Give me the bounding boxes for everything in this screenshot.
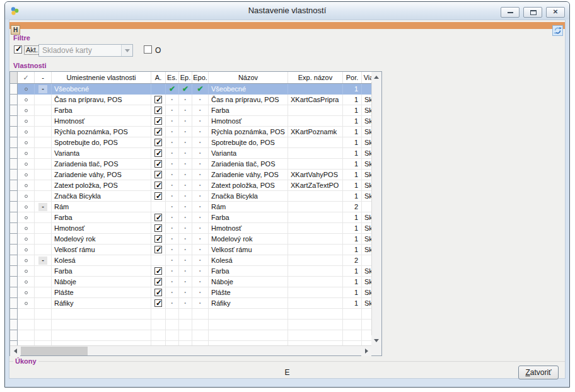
cell-a[interactable]	[151, 191, 166, 202]
refresh-button[interactable]	[552, 25, 563, 36]
grid-row[interactable]: FarbaFarba1Skl	[10, 212, 371, 223]
vertical-scrollbar[interactable]	[371, 72, 381, 345]
cell-a[interactable]	[151, 180, 166, 191]
grid-row[interactable]: Zariadenie váhy, POSZariadenie váhy, POS…	[10, 170, 371, 180]
akt-checkbox-label[interactable]: Akt.	[24, 45, 40, 55]
header-epo[interactable]: Epo.	[192, 72, 209, 83]
grid-row[interactable]: RáfikyRáfiky1Skl	[10, 298, 371, 309]
cell-place: Plášte	[52, 287, 151, 298]
o-checkbox[interactable]	[144, 45, 152, 54]
header-via[interactable]: Via	[362, 72, 371, 83]
header-place[interactable]: Umiestnenie vlastnosti	[52, 72, 151, 83]
grid-row[interactable]: Modelový rokModelový rok1Skl	[10, 234, 371, 245]
cell-a[interactable]	[151, 159, 166, 170]
header-a[interactable]: A.	[151, 72, 166, 83]
cell-exp	[288, 105, 343, 116]
horizontal-scroll-thumb[interactable]	[21, 347, 88, 355]
header-exp[interactable]: Exp. názov	[288, 72, 343, 83]
cell-a[interactable]	[151, 234, 166, 245]
grid-row[interactable]: FarbaFarba1Skl	[10, 266, 371, 277]
cell-via	[362, 84, 371, 95]
akt-checkbox[interactable]	[14, 45, 22, 54]
active-checkbox[interactable]	[154, 139, 162, 146]
cell-a[interactable]	[151, 277, 166, 287]
scroll-left-button[interactable]	[10, 346, 20, 356]
cell-a[interactable]	[151, 95, 166, 105]
active-checkbox[interactable]	[154, 96, 162, 103]
horizontal-scrollbar[interactable]	[10, 345, 371, 355]
grid-row[interactable]: PláštePlášte1Skl	[10, 287, 371, 298]
scroll-right-button[interactable]	[361, 346, 371, 356]
grid-row[interactable]: Čas na prípravu, POSČas na prípravu, POS…	[10, 95, 371, 105]
header-nazov[interactable]: Názov	[209, 72, 288, 83]
active-checkbox[interactable]	[154, 160, 162, 168]
cell-a[interactable]	[151, 298, 166, 309]
active-checkbox[interactable]	[154, 107, 162, 114]
active-checkbox[interactable]	[154, 171, 162, 178]
o-checkbox-label[interactable]: O	[155, 46, 161, 55]
minimize-button[interactable]	[501, 7, 520, 18]
active-checkbox[interactable]	[154, 182, 162, 189]
cell-a[interactable]	[151, 148, 166, 159]
category-select[interactable]: Skladové karty	[38, 44, 133, 57]
active-checkbox[interactable]	[154, 214, 162, 221]
header-por[interactable]: Por.	[343, 72, 362, 83]
active-checkbox[interactable]	[154, 278, 162, 285]
cell-a[interactable]	[151, 105, 166, 116]
cell-rowhdr	[10, 84, 18, 95]
grid-row[interactable]: HmotnosťHmotnosť1Skl	[10, 223, 371, 234]
cell-a[interactable]	[151, 287, 166, 298]
scroll-up-button[interactable]	[371, 72, 381, 82]
close-button[interactable]	[546, 7, 565, 18]
grid-row[interactable]: Značka BicyklaZnačka Bicykla1Skl	[10, 191, 371, 202]
grid-row[interactable]: NábojeNáboje1Skl	[10, 277, 371, 287]
grid-row[interactable]: HmotnosťHmotnosť1Skl	[10, 116, 371, 127]
grid-row[interactable]: Rýchla poznámka, POSRýchla poznámka, POS…	[10, 127, 371, 137]
cell-a[interactable]	[151, 266, 166, 277]
window-title: Nastavenie vlastností	[5, 6, 569, 15]
active-checkbox[interactable]	[154, 289, 162, 296]
grid-group-row[interactable]: -KolesáKolesá2	[10, 255, 371, 266]
cell-a[interactable]	[151, 116, 166, 127]
grid-group-row[interactable]: -VšeobecnéVšeobecné1	[10, 84, 371, 95]
cell-minus: -	[35, 84, 52, 95]
grid-group-row[interactable]: -RámRám2	[10, 202, 371, 212]
header-sel[interactable]: ✓	[18, 72, 35, 83]
active-checkbox[interactable]	[154, 128, 162, 135]
active-checkbox[interactable]	[154, 192, 162, 200]
cell-nazov: Varianta	[209, 148, 288, 159]
cell-a[interactable]	[151, 137, 166, 148]
header-minus[interactable]: -	[35, 72, 52, 83]
collapse-icon[interactable]: -	[38, 203, 47, 211]
active-checkbox[interactable]	[154, 299, 162, 307]
cell-por: 1	[343, 127, 362, 137]
scroll-down-button[interactable]	[371, 335, 381, 345]
header-es[interactable]: Es.	[166, 72, 179, 83]
cell-a[interactable]	[151, 223, 166, 234]
titlebar: Nastavenie vlastností	[5, 2, 569, 20]
cell-a[interactable]	[151, 245, 166, 255]
cell-a[interactable]	[151, 170, 166, 180]
active-checkbox[interactable]	[154, 267, 162, 275]
grid-row[interactable]: Zatext položka, POSZatext položka, POSXK…	[10, 180, 371, 191]
collapse-icon[interactable]: -	[38, 85, 47, 93]
active-checkbox[interactable]	[154, 117, 162, 125]
collapse-icon[interactable]: -	[38, 257, 47, 265]
active-checkbox[interactable]	[154, 235, 162, 243]
active-checkbox[interactable]	[154, 246, 162, 253]
cell-a[interactable]	[151, 127, 166, 137]
cell-a[interactable]	[151, 212, 166, 223]
close-dialog-button[interactable]: Zatvoriť	[518, 366, 559, 379]
maximize-button[interactable]	[523, 7, 542, 18]
grid-row[interactable]: Zariadenia tlač, POSZariadenia tlač, POS…	[10, 159, 371, 170]
h-toolbar-button[interactable]: H	[11, 25, 20, 35]
combo-dropdown-button[interactable]	[121, 45, 132, 56]
grid-row[interactable]: Spotrebujte do, POSSpotrebujte do, POS1S…	[10, 137, 371, 148]
header-ep[interactable]: Ep.	[179, 72, 192, 83]
grid-row[interactable]: FarbaFarba1Skl	[10, 105, 371, 116]
cell-es	[166, 255, 179, 266]
grid-row[interactable]: VariantaVarianta1Skl	[10, 148, 371, 159]
grid-row[interactable]: Velkosť rámuVelkosť rámu1Skl	[10, 245, 371, 255]
active-checkbox[interactable]	[154, 149, 162, 157]
active-checkbox[interactable]	[154, 224, 162, 232]
